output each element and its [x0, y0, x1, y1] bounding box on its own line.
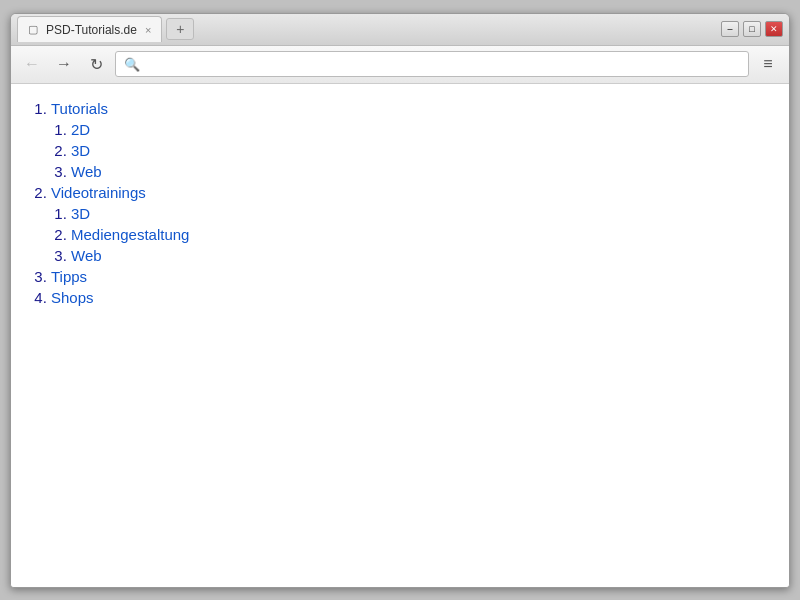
content-area: Tutorials 2D 3D Web Videotrainings 3D Me… — [11, 84, 789, 587]
list-item: 3D — [71, 205, 769, 222]
minimize-button[interactable]: – — [721, 21, 739, 37]
maximize-button[interactable]: □ — [743, 21, 761, 37]
list-item: Videotrainings 3D Mediengestaltung Web — [51, 184, 769, 264]
list-item: Web — [71, 163, 769, 180]
3d-link[interactable]: 3D — [71, 142, 90, 159]
list-item: Shops — [51, 289, 769, 306]
reload-button[interactable]: ↻ — [83, 51, 109, 77]
tab-close-button[interactable]: × — [145, 24, 151, 36]
back-button[interactable]: ← — [19, 51, 45, 77]
mediengestaltung-link[interactable]: Mediengestaltung — [71, 226, 189, 243]
list-item: Tipps — [51, 268, 769, 285]
browser-window: ▢ PSD-Tutorials.de × + – □ ✕ ← → ↻ 🔍 ≡ T… — [10, 13, 790, 588]
tipps-link[interactable]: Tipps — [51, 268, 87, 285]
tutorials-sublist: 2D 3D Web — [51, 121, 769, 180]
main-list: Tutorials 2D 3D Web Videotrainings 3D Me… — [31, 100, 769, 306]
window-controls: – □ ✕ — [721, 21, 783, 37]
list-item: 3D — [71, 142, 769, 159]
list-item: Mediengestaltung — [71, 226, 769, 243]
menu-button[interactable]: ≡ — [755, 51, 781, 77]
tutorials-link[interactable]: Tutorials — [51, 100, 108, 117]
forward-button[interactable]: → — [51, 51, 77, 77]
2d-link[interactable]: 2D — [71, 121, 90, 138]
title-bar: ▢ PSD-Tutorials.de × + – □ ✕ — [11, 14, 789, 46]
nav-bar: ← → ↻ 🔍 ≡ — [11, 46, 789, 84]
list-item: Tutorials 2D 3D Web — [51, 100, 769, 180]
tab-title: PSD-Tutorials.de — [46, 23, 137, 37]
list-item: 2D — [71, 121, 769, 138]
new-tab-button[interactable]: + — [166, 18, 194, 40]
vt-3d-link[interactable]: 3D — [71, 205, 90, 222]
search-icon: 🔍 — [124, 57, 140, 72]
videotrainings-link[interactable]: Videotrainings — [51, 184, 146, 201]
videotrainings-sublist: 3D Mediengestaltung Web — [51, 205, 769, 264]
address-bar[interactable]: 🔍 — [115, 51, 749, 77]
list-item: Web — [71, 247, 769, 264]
browser-tab[interactable]: ▢ PSD-Tutorials.de × — [17, 16, 162, 42]
shops-link[interactable]: Shops — [51, 289, 94, 306]
tab-page-icon: ▢ — [28, 23, 38, 36]
vt-web-link[interactable]: Web — [71, 247, 102, 264]
close-button[interactable]: ✕ — [765, 21, 783, 37]
web-link[interactable]: Web — [71, 163, 102, 180]
